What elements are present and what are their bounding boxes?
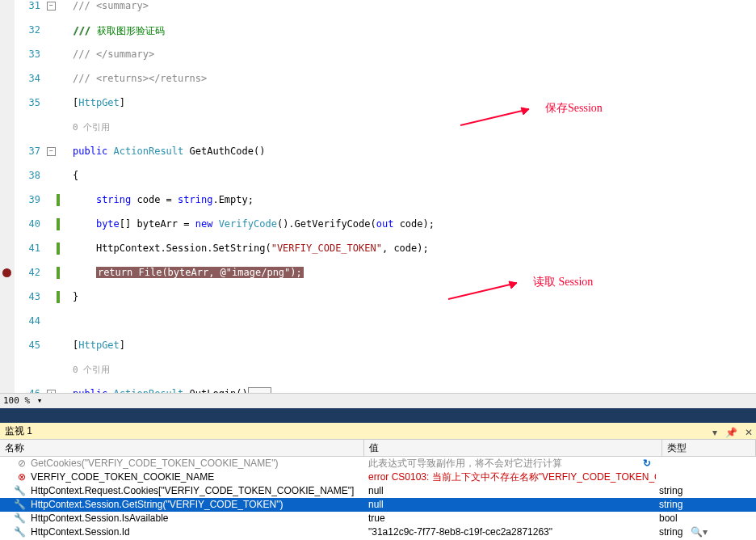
comment: /// <summary>	[73, 0, 149, 11]
codelens-references[interactable]: 0 个引用	[73, 122, 110, 133]
line-number: 40	[16, 218, 40, 230]
line-number: 42	[16, 267, 40, 278]
svg-marker-1	[521, 108, 529, 115]
line-number: 41	[16, 243, 40, 254]
codelens-references[interactable]: 0 个引用	[73, 365, 110, 375]
zoom-level[interactable]: 100 %	[3, 395, 30, 406]
attribute: HttpGet	[78, 97, 120, 108]
line-number: 37	[16, 146, 40, 157]
fold-toggle[interactable]: −	[47, 2, 56, 11]
line-number: 34	[16, 73, 40, 84]
line-number: 35	[16, 97, 40, 108]
method-name: GetAuthCode()	[183, 146, 265, 157]
line-number: 33	[16, 49, 40, 60]
comment: /// 获取图形验证码	[74, 25, 165, 36]
line-number: 31	[16, 0, 40, 11]
line-number: 44	[16, 315, 40, 327]
line-number: 43	[16, 291, 40, 302]
annotation-arrow-icon	[460, 105, 541, 129]
highlighted-return: return File(byteArr, @"image/png");	[96, 267, 304, 278]
annotation-save-session: 保存Session	[545, 101, 603, 116]
svg-line-0	[460, 109, 529, 125]
line-number: 39	[16, 194, 40, 205]
svg-marker-3	[509, 281, 517, 289]
annotation-read-session: 读取 Session	[533, 275, 593, 289]
line-number: 45	[16, 340, 40, 351]
comment: /// <returns></returns>	[73, 73, 207, 84]
zoom-bar: 100 % ▾	[0, 393, 756, 408]
svg-line-2	[448, 283, 517, 299]
fold-toggle[interactable]: −	[47, 147, 56, 156]
line-number: 38	[16, 170, 40, 181]
annotation-arrow-icon	[448, 279, 529, 303]
comment: /// </summary>	[73, 49, 154, 60]
code-editor[interactable]: 31−/// <summary> 32/// /// 获取图形验证码 33///…	[0, 0, 756, 408]
breakpoint-icon[interactable]	[2, 268, 11, 277]
line-number: 32	[16, 24, 40, 36]
